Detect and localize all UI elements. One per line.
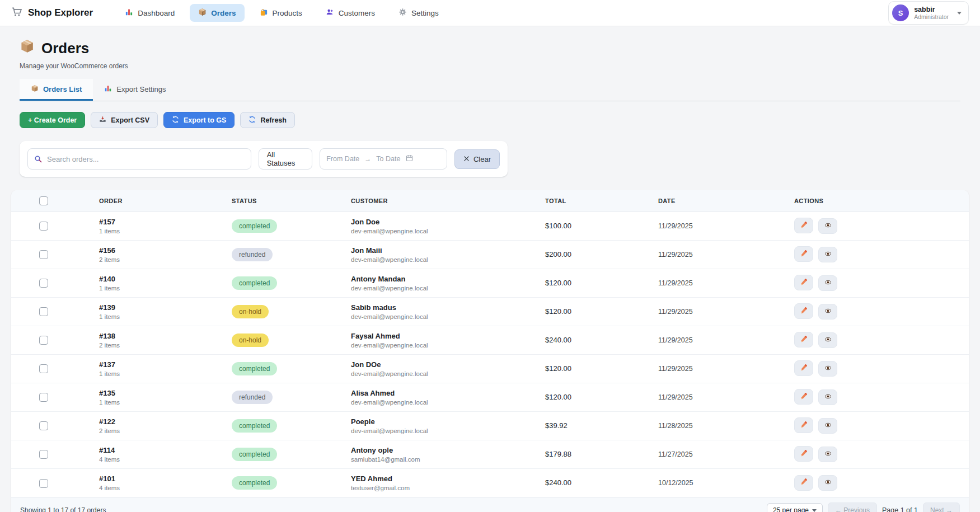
package-icon [198,8,207,18]
column-header-customer: CUSTOMER [351,190,545,212]
user-menu[interactable]: S sabbir Administrator [888,1,969,25]
order-total: $120.00 [545,383,658,411]
nav-label: Settings [411,9,439,17]
date-range-picker[interactable]: From Date → To Date [320,148,447,170]
customer-name: Antony Mandan [351,275,545,283]
customer-email: dev-email@wpengine.local [351,228,545,234]
row-checkbox[interactable] [39,479,48,488]
nav-item-orders[interactable]: Orders [190,4,244,22]
view-order-button[interactable] [818,361,837,377]
edit-order-button[interactable] [794,303,813,319]
order-items-count: 1 items [99,285,232,292]
edit-order-button[interactable] [794,332,813,347]
users-icon [326,8,334,18]
tab-export-settings[interactable]: Export Settings [93,79,177,101]
pencil-icon [800,278,808,288]
nav-item-dashboard[interactable]: Dashboard [116,4,183,22]
next-page-button[interactable]: Next → [923,502,960,512]
customer-name: Faysal Ahmed [351,332,545,340]
customer-name: Alisa Ahmed [351,389,545,397]
row-checkbox[interactable] [39,279,48,288]
edit-order-button[interactable] [794,417,813,433]
view-order-button[interactable] [818,418,837,434]
order-items-count: 1 items [99,399,232,406]
search-input[interactable] [27,148,251,170]
avatar: S [892,4,909,21]
refresh-button[interactable]: Refresh [240,112,295,128]
button-label: Export CSV [111,116,149,124]
edit-order-button[interactable] [794,360,813,376]
order-date: 11/29/2025 [658,297,794,326]
view-order-button[interactable] [818,332,837,348]
view-order-button[interactable] [818,389,837,405]
customer-email: samiubat14@gmail.com [351,456,545,463]
column-header-actions: ACTIONS [794,190,969,212]
column-header-status: STATUS [232,190,351,212]
row-checkbox[interactable] [39,336,48,345]
order-items-count: 2 items [99,342,232,349]
order-id: #114 [99,446,232,454]
table-row: #156 2 items refunded Jon Maiii dev-emai… [11,240,969,269]
view-order-button[interactable] [818,475,837,491]
select-all-checkbox[interactable] [39,196,48,205]
toolbar: + Create Order Export CSV Export to GS R… [20,112,960,128]
page-content: Orders Manage your WooCommerce orders Or… [0,39,980,177]
previous-page-button[interactable]: ← Previous [828,502,877,512]
showing-summary: Showing 1 to 17 of 17 orders [20,506,106,512]
export-to-gs-button[interactable]: Export to GS [163,112,235,128]
order-items-count: 4 items [99,485,232,491]
eye-icon [824,421,832,430]
row-checkbox[interactable] [39,421,48,430]
edit-order-button[interactable] [794,475,813,491]
edit-order-button[interactable] [794,275,813,290]
order-items-count: 1 items [99,370,232,377]
eye-icon [824,364,832,373]
customer-email: dev-email@wpengine.local [351,428,545,434]
order-id: #138 [99,332,232,340]
edit-order-button[interactable] [794,446,813,462]
status-filter-select[interactable]: All Statuses [259,148,313,170]
nav-item-settings[interactable]: Settings [390,4,447,22]
view-order-button[interactable] [818,275,837,291]
order-total: $120.00 [545,269,658,297]
nav-label: Dashboard [138,9,175,17]
pencil-icon [800,364,808,373]
page-title: Orders [20,39,960,58]
per-page-select[interactable]: 25 per page [767,503,823,512]
row-checkbox[interactable] [39,250,48,259]
nav-item-products[interactable]: Products [251,4,311,22]
order-id: #101 [99,475,232,483]
arrow-right-icon: → [364,155,371,163]
edit-order-button[interactable] [794,246,813,262]
from-date-field[interactable]: From Date [326,155,359,163]
table-footer: Showing 1 to 17 of 17 orders 25 per page… [11,497,969,512]
export-csv-button[interactable]: Export CSV [91,112,158,128]
clear-filters-button[interactable]: Clear [454,149,500,169]
edit-order-button[interactable] [794,389,813,405]
search-wrap [27,148,251,170]
view-order-button[interactable] [818,304,837,320]
table-row: #135 1 items refunded Alisa Ahmed dev-em… [11,383,969,411]
row-checkbox[interactable] [39,307,48,316]
order-date: 11/29/2025 [658,212,794,240]
row-checkbox[interactable] [39,450,48,459]
edit-order-button[interactable] [794,218,813,233]
tab-orders-list[interactable]: Orders List [20,79,93,101]
eye-icon [824,279,832,288]
to-date-field[interactable]: To Date [376,155,400,163]
customer-name: Poeple [351,417,545,426]
view-order-button[interactable] [818,447,837,462]
row-checkbox[interactable] [39,222,48,231]
row-checkbox[interactable] [39,393,48,402]
order-date: 11/29/2025 [658,383,794,411]
view-order-button[interactable] [818,247,837,262]
row-checkbox[interactable] [39,364,48,373]
table-row: #101 4 items completed YED Ahmed testuse… [11,468,969,497]
eye-icon [824,336,832,345]
eye-icon [824,222,832,231]
order-id: #135 [99,389,232,397]
create-order-button[interactable]: + Create Order [20,112,85,128]
status-badge: refunded [232,248,273,261]
view-order-button[interactable] [818,218,837,234]
nav-item-customers[interactable]: Customers [317,4,383,22]
